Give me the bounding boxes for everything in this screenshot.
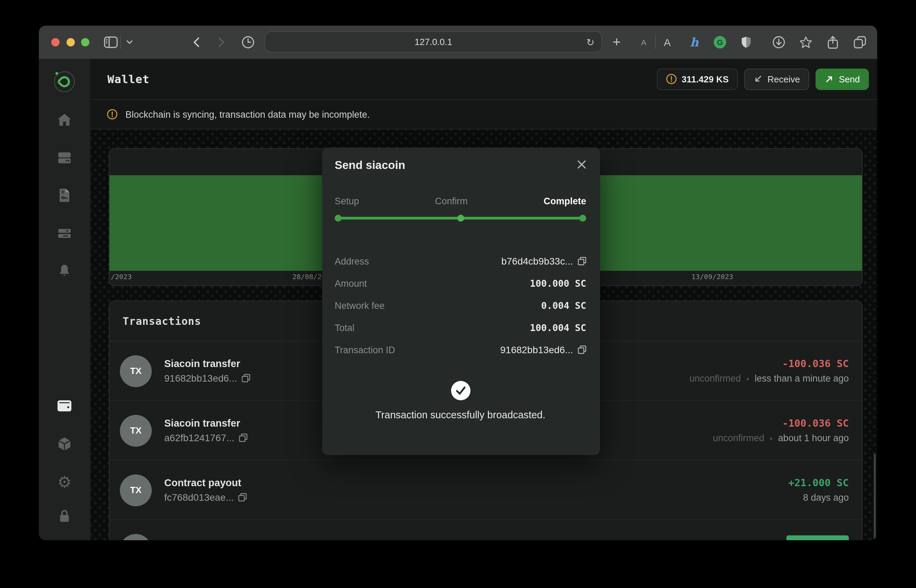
transactions-title: Transactions — [123, 315, 201, 327]
detail-label: Total — [335, 322, 354, 333]
step-complete: Complete — [544, 196, 586, 207]
success-check-icon — [451, 381, 470, 400]
tab-overview-icon[interactable] — [854, 36, 866, 48]
warning-icon — [665, 73, 676, 84]
toolbar-divider — [120, 36, 121, 49]
app-header: Wallet 311.429 KS Receive Send — [91, 59, 877, 100]
bookmark-star-icon[interactable] — [799, 36, 812, 48]
copy-icon[interactable] — [242, 374, 250, 382]
avatar: TX — [120, 415, 152, 446]
arrow-down-left-icon — [753, 74, 762, 84]
step-setup: Setup — [335, 196, 359, 207]
app-sidebar: ⚙ — [39, 59, 91, 540]
minimize-window-button[interactable] — [66, 38, 75, 47]
honey-extension-icon[interactable]: h — [690, 36, 699, 49]
scrollbar[interactable] — [874, 454, 876, 540]
toolbar-divider — [655, 36, 656, 49]
font-larger-button[interactable]: A — [664, 36, 671, 48]
sidebar-item-contracts[interactable] — [58, 188, 70, 202]
avatar — [120, 534, 152, 540]
tx-status: unconfirmed — [713, 433, 765, 443]
back-button[interactable] — [193, 37, 199, 47]
transaction-details: Address b76d4cb9b33c... Amount 100.000 S… — [335, 250, 586, 361]
receive-label: Receive — [767, 74, 800, 84]
success-message: Transaction successfully broadcasted. — [335, 409, 586, 420]
detail-label: Amount — [335, 278, 367, 288]
send-label: Send — [839, 74, 860, 84]
downloads-icon[interactable] — [772, 36, 785, 49]
stepper-progress — [335, 215, 586, 221]
screen: 127.0.0.1 ↻ + A A h G — [0, 0, 916, 588]
sidebar-item-settings[interactable]: ⚙ — [57, 473, 71, 491]
sidebar-item-home[interactable] — [57, 113, 72, 126]
page-title: Wallet — [107, 73, 150, 86]
copy-icon[interactable] — [239, 434, 248, 442]
sidebar-toggle-icon[interactable] — [104, 36, 118, 48]
table-row-partial[interactable] — [110, 520, 862, 540]
balance-badge[interactable]: 311.429 KS — [657, 68, 738, 90]
tx-hash: a62fb1241767... — [164, 432, 234, 443]
close-window-button[interactable] — [51, 38, 60, 47]
share-icon[interactable] — [828, 36, 838, 49]
copy-icon[interactable] — [239, 493, 247, 501]
clipped-positive-amount — [787, 535, 849, 540]
copy-icon[interactable] — [578, 257, 586, 265]
chevron-down-icon[interactable] — [126, 40, 133, 44]
avatar: TX — [120, 355, 152, 387]
step-confirm: Confirm — [359, 196, 544, 207]
shield-extension-icon[interactable] — [741, 36, 751, 48]
new-tab-button[interactable]: + — [613, 34, 620, 50]
tx-amount: +21.000 SC — [788, 477, 849, 488]
copy-icon[interactable] — [578, 346, 586, 354]
dialog-title: Send siacoin — [335, 158, 405, 172]
sidebar-item-lock[interactable] — [58, 509, 70, 523]
send-siacoin-dialog: Send siacoin Setup Confirm Complete Addr… — [322, 147, 600, 455]
forward-button[interactable] — [218, 37, 225, 47]
tx-title: Contract payout — [164, 477, 247, 488]
transaction-id-value: 91682bb13ed6... — [500, 344, 573, 355]
sidebar-item-wallet[interactable] — [57, 400, 72, 412]
browser-window: 127.0.0.1 ↻ + A A h G — [39, 26, 877, 540]
tx-title: Siacoin transfer — [164, 418, 248, 429]
close-icon[interactable] — [577, 160, 586, 169]
network-fee-value: 0.004 SC — [541, 300, 586, 311]
tx-amount: -100.036 SC — [782, 358, 849, 369]
tx-time: about 1 hour ago — [778, 433, 849, 443]
detail-label: Network fee — [335, 300, 385, 311]
sidebar-item-volumes[interactable] — [58, 228, 71, 239]
address-value: b76d4cb9b33c... — [501, 255, 573, 267]
url-text: 127.0.0.1 — [415, 37, 452, 47]
zoom-window-button[interactable] — [81, 38, 89, 47]
browser-toolbar: 127.0.0.1 ↻ + A A h G — [39, 26, 877, 59]
sidebar-item-storage[interactable] — [58, 152, 71, 164]
history-icon[interactable] — [241, 36, 255, 49]
balance-value: 311.429 KS — [681, 74, 728, 84]
x-tick-label: 13/09/2023 — [691, 273, 733, 281]
grammarly-extension-icon[interactable]: G — [714, 36, 726, 48]
stepper: Setup Confirm Complete — [335, 196, 586, 207]
sidebar-item-blocks[interactable] — [58, 437, 71, 451]
detail-label: Address — [335, 256, 369, 266]
tx-status: unconfirmed — [689, 373, 741, 384]
amount-value: 100.000 SC — [530, 278, 586, 289]
warning-icon — [107, 109, 118, 120]
tx-hash: fc768d013eae... — [164, 492, 234, 503]
font-smaller-button[interactable]: A — [641, 38, 646, 47]
sync-warning-banner: Blockchain is syncing, transaction data … — [91, 100, 877, 129]
receive-button[interactable]: Receive — [744, 68, 809, 90]
avatar: TX — [120, 474, 152, 506]
sidebar-item-alerts[interactable] — [58, 264, 71, 278]
x-tick-label: /2023 — [111, 273, 132, 281]
table-row[interactable]: TX Contract payout fc768d013eae... +21.0… — [110, 460, 862, 520]
tx-amount: -100.036 SC — [782, 418, 849, 429]
tx-title: Siacoin transfer — [164, 358, 250, 369]
app-logo[interactable] — [54, 71, 75, 92]
detail-label: Transaction ID — [335, 344, 395, 355]
arrow-up-right-icon — [824, 74, 834, 84]
sync-warning-text: Blockchain is syncing, transaction data … — [125, 109, 370, 120]
tx-time: less than a minute ago — [754, 373, 849, 384]
tx-time: 8 days ago — [803, 493, 849, 503]
url-field[interactable]: 127.0.0.1 ↻ — [265, 31, 602, 53]
reload-icon[interactable]: ↻ — [586, 36, 594, 47]
send-button[interactable]: Send — [815, 68, 869, 90]
